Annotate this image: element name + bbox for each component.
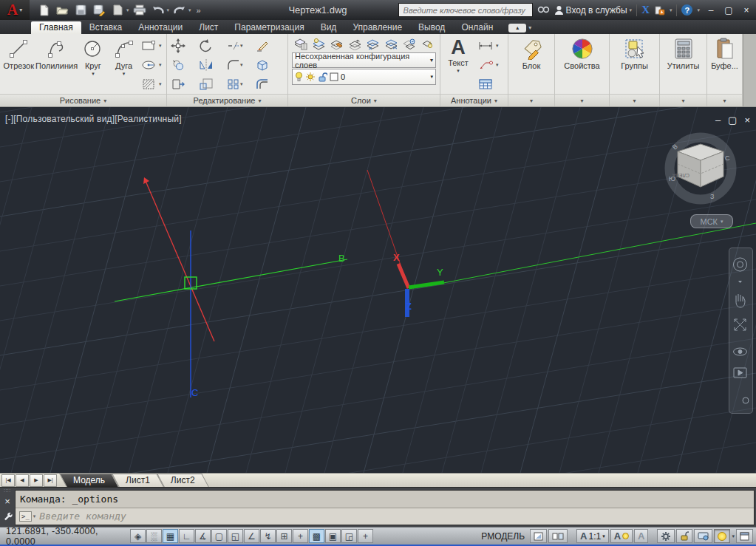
- prev-tab-button[interactable]: ◀: [16, 474, 29, 487]
- viewcube[interactable]: В Ю С З СЛЕВА: [660, 128, 741, 209]
- drawing-minimize-button[interactable]: –: [715, 115, 721, 126]
- drawing-restore-button[interactable]: ▢: [728, 115, 737, 126]
- scale-button[interactable]: [197, 75, 225, 94]
- chevron-down-icon[interactable]: ▾: [159, 62, 165, 68]
- toggle-infer-constraints[interactable]: ◈: [130, 529, 146, 543]
- erase-button[interactable]: [253, 36, 281, 55]
- fillet-button[interactable]: ▾: [225, 55, 253, 75]
- command-window[interactable]: ∷∷ × Команда: _options >_ ▾ Введите кома…: [0, 487, 756, 527]
- layer-states-button[interactable]: [310, 35, 327, 52]
- toggle-3d-object-snap[interactable]: ◱: [228, 529, 243, 543]
- chevron-down-icon[interactable]: ▾: [697, 7, 700, 13]
- window-close-button[interactable]: ×: [740, 5, 753, 16]
- panel-label-draw[interactable]: Рисование▾: [0, 94, 166, 106]
- toggle-grid-display[interactable]: ▦: [163, 529, 178, 543]
- panel-label-block[interactable]: ▾: [508, 94, 554, 106]
- drawing-close-button[interactable]: ×: [744, 115, 750, 126]
- new-file-button[interactable]: [35, 3, 52, 18]
- chevron-down-icon[interactable]: ▾: [123, 71, 126, 77]
- chevron-down-icon[interactable]: ▾: [159, 43, 165, 49]
- chevron-down-icon[interactable]: ▾: [496, 43, 502, 49]
- command-input-placeholder[interactable]: Введите команду: [39, 511, 126, 522]
- chevron-down-icon[interactable]: ▾: [496, 62, 502, 68]
- toggle-polar-tracking[interactable]: ∡: [195, 529, 211, 543]
- trim-button[interactable]: ▾: [225, 36, 253, 55]
- chevron-down-icon[interactable]: ▾: [240, 43, 246, 49]
- save-as-button[interactable]: [91, 3, 107, 18]
- infocenter-search[interactable]: [398, 3, 533, 17]
- panel-label-properties[interactable]: ▾: [555, 94, 609, 106]
- layout-tab-model[interactable]: Модель: [63, 474, 115, 487]
- block-insert-button[interactable]: Блок: [510, 35, 553, 94]
- ribbon-tab-online[interactable]: Онлайн: [453, 21, 501, 34]
- rectangle-button[interactable]: [139, 36, 158, 55]
- chevron-down-icon[interactable]: ▾: [167, 7, 170, 13]
- chevron-down-icon[interactable]: ▾: [670, 7, 672, 13]
- last-tab-button[interactable]: ▶|: [44, 474, 57, 487]
- panel-label-clipboard[interactable]: ▾: [707, 94, 742, 106]
- panel-label-modify[interactable]: Редактирование▾: [167, 94, 287, 106]
- rotate-button[interactable]: [197, 36, 225, 55]
- print-button[interactable]: [132, 3, 148, 18]
- isolate-objects-button[interactable]: [714, 529, 730, 543]
- chevron-down-icon[interactable]: ▾: [457, 68, 460, 74]
- command-history[interactable]: Команда: _options: [16, 491, 754, 508]
- dimension-button[interactable]: [476, 36, 495, 55]
- 3d-operations-button[interactable]: [253, 55, 281, 75]
- ribbon-tab-annotate[interactable]: Аннотации: [130, 21, 191, 34]
- viewport-controls[interactable]: [-][Пользовательский вид][Реалистичный]: [5, 114, 182, 124]
- chevron-down-icon[interactable]: ▾: [188, 7, 191, 13]
- chevron-down-icon[interactable]: ▾: [159, 81, 165, 87]
- layer-freeze-button[interactable]: [364, 35, 381, 52]
- save-button[interactable]: [72, 3, 89, 18]
- layout-tab-layout2[interactable]: Лист2: [160, 474, 205, 487]
- coordinates-readout[interactable]: 121.6891, -350.4000, 0.0000: [0, 526, 130, 546]
- stretch-button[interactable]: [168, 75, 197, 94]
- auto-annotate-button[interactable]: А: [634, 529, 648, 543]
- circle-button[interactable]: Круг ▾: [78, 35, 109, 94]
- toggle-ortho-mode[interactable]: ∟: [179, 529, 194, 543]
- chevron-down-icon[interactable]: ▾: [240, 62, 246, 68]
- ribbon-tab-parametric[interactable]: Параметризация: [226, 21, 312, 34]
- layer-walk-button[interactable]: [419, 35, 436, 52]
- ribbon-tab-layout[interactable]: Лист: [191, 21, 226, 34]
- ribbon-tab-view[interactable]: Вид: [313, 21, 345, 34]
- command-input-row[interactable]: >_ ▾ Введите команду: [16, 508, 754, 525]
- command-grip-handle[interactable]: ∷∷: [4, 489, 11, 493]
- toggle-selection-cycling[interactable]: ◲: [341, 529, 357, 543]
- groups-button[interactable]: Группы: [612, 35, 658, 94]
- download-apps-icon[interactable]: [654, 5, 665, 16]
- hatch-button[interactable]: [139, 75, 158, 94]
- graphics-performance-button[interactable]: [694, 529, 712, 543]
- toggle-object-snap-tracking[interactable]: ∠: [244, 529, 259, 543]
- panel-label-groups[interactable]: ▾: [610, 94, 659, 106]
- array-button[interactable]: ▾: [225, 75, 253, 94]
- search-input[interactable]: [402, 5, 529, 16]
- redo-button[interactable]: [171, 3, 188, 18]
- chevron-down-icon[interactable]: ▾: [92, 71, 95, 77]
- clipboard-button[interactable]: Буфе...: [709, 35, 740, 94]
- ribbon-tab-manage[interactable]: Управление: [344, 21, 410, 34]
- toggle-show-lineweight[interactable]: +: [293, 529, 308, 543]
- layer-match-button[interactable]: [401, 35, 418, 52]
- layer-isolate-button[interactable]: [328, 35, 345, 52]
- drawing-area[interactable]: X Y Z B C [-][Пользовательский вид][Реал…: [0, 107, 756, 473]
- undo-button[interactable]: [150, 3, 166, 18]
- toggle-quick-properties[interactable]: ▣: [325, 529, 341, 543]
- command-prompt-chip[interactable]: >_ ▾: [19, 511, 35, 522]
- mirror-button[interactable]: [197, 55, 225, 75]
- leader-button[interactable]: [476, 55, 495, 75]
- open-file-button[interactable]: [54, 3, 70, 18]
- toggle-annotation-monitor[interactable]: +: [358, 529, 373, 543]
- layer-off-button[interactable]: [383, 35, 400, 52]
- model-space-button[interactable]: РМОДЕЛЬ: [477, 529, 528, 543]
- layer-select-combo[interactable]: 0 ▾: [292, 69, 436, 85]
- layer-state-dropdown[interactable]: Несохраненная конфигурация слоев ▾: [292, 52, 436, 68]
- arc-button[interactable]: Дуга ▾: [109, 35, 139, 94]
- toggle-dynamic-ucs[interactable]: ↯: [260, 529, 276, 543]
- qat-more-icon[interactable]: »: [197, 6, 201, 15]
- window-minimize-button[interactable]: –: [704, 5, 718, 16]
- chevron-down-icon[interactable]: ▾: [732, 533, 735, 539]
- first-tab-button[interactable]: |◀: [1, 474, 15, 487]
- offset-button[interactable]: [253, 75, 281, 94]
